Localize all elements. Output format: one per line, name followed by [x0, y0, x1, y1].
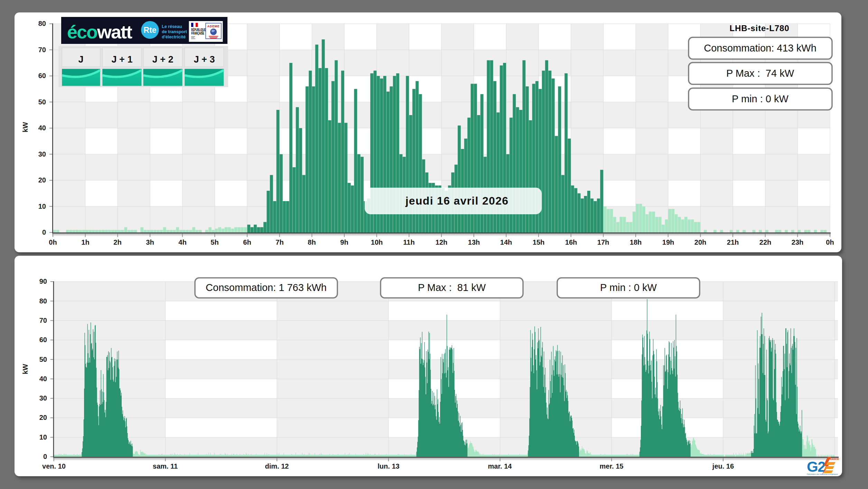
svg-text:écowatt: écowatt — [67, 21, 132, 42]
svg-text:60: 60 — [39, 336, 47, 344]
svg-text:6h: 6h — [243, 238, 251, 246]
svg-text:18h: 18h — [630, 238, 642, 246]
svg-text:jeudi 16 avril 2026: jeudi 16 avril 2026 — [405, 195, 509, 207]
svg-text:kW: kW — [21, 364, 29, 374]
svg-text:20: 20 — [38, 176, 46, 184]
svg-text:50: 50 — [38, 98, 46, 106]
svg-text:Consommation: 1 763 kWh: Consommation: 1 763 kWh — [206, 282, 327, 293]
svg-text:3h: 3h — [146, 238, 154, 246]
svg-text:13h: 13h — [468, 238, 480, 246]
svg-text:70: 70 — [38, 46, 46, 54]
svg-text:17h: 17h — [597, 238, 609, 246]
svg-text:70: 70 — [39, 317, 47, 324]
svg-text:P min : 0 kW: P min : 0 kW — [600, 282, 657, 293]
svg-text:d'électricité: d'électricité — [162, 35, 186, 39]
svg-text:4h: 4h — [178, 238, 186, 246]
svg-text:FRANCE: FRANCE — [828, 458, 839, 461]
svg-text:23h: 23h — [792, 238, 803, 246]
svg-text:jeu. 16: jeu. 16 — [712, 462, 734, 470]
svg-text:10h: 10h — [371, 238, 383, 246]
svg-text:P min : 0 kW: P min : 0 kW — [732, 93, 788, 104]
svg-text:80: 80 — [38, 20, 46, 27]
svg-text:14h: 14h — [500, 238, 512, 246]
svg-text:G2: G2 — [807, 459, 825, 475]
svg-text:5h: 5h — [211, 238, 218, 246]
svg-text:LHB-site-L780: LHB-site-L780 — [729, 23, 789, 33]
svg-text:mar. 14: mar. 14 — [488, 462, 512, 470]
svg-text:mer. 15: mer. 15 — [600, 462, 624, 470]
svg-text:15h: 15h — [533, 238, 544, 246]
svg-text:21h: 21h — [727, 238, 739, 246]
svg-text:J + 3: J + 3 — [194, 54, 215, 65]
svg-text:J + 1: J + 1 — [112, 54, 133, 65]
svg-text:Rte: Rte — [143, 26, 156, 35]
svg-text:de transport: de transport — [162, 29, 187, 34]
svg-text:0: 0 — [43, 453, 47, 460]
svg-text:12h: 12h — [436, 238, 447, 246]
svg-text:0h: 0h — [826, 238, 834, 246]
svg-text:0: 0 — [42, 228, 46, 236]
svg-text:30: 30 — [38, 150, 46, 158]
svg-text:P Max : 74 kW: P Max : 74 kW — [726, 68, 794, 79]
svg-text:Optimisation des ressources én: Optimisation des ressources énergétiques — [807, 473, 838, 475]
svg-text:J + 2: J + 2 — [152, 54, 174, 65]
svg-text:2h: 2h — [113, 238, 121, 246]
svg-text:7h: 7h — [276, 238, 283, 246]
svg-text:kW: kW — [21, 122, 29, 132]
svg-text:11h: 11h — [403, 238, 414, 246]
svg-text:dim. 12: dim. 12 — [265, 462, 289, 470]
svg-text:Consommation: 413 kWh: Consommation: 413 kWh — [704, 43, 816, 54]
svg-text:FRANÇAISE: FRANÇAISE — [191, 31, 204, 35]
svg-text:P Max : 81 kW: P Max : 81 kW — [418, 282, 486, 293]
svg-text:Le réseau: Le réseau — [162, 24, 182, 29]
svg-text:80: 80 — [39, 297, 47, 305]
svg-text:40: 40 — [39, 375, 47, 383]
svg-text:16h: 16h — [565, 238, 577, 246]
svg-text:60: 60 — [38, 72, 46, 79]
svg-text:lun. 13: lun. 13 — [377, 462, 399, 470]
svg-text:0h: 0h — [49, 238, 57, 246]
svg-text:19h: 19h — [662, 238, 674, 246]
svg-text:50: 50 — [39, 356, 47, 363]
svg-text:ven. 10: ven. 10 — [42, 462, 66, 470]
svg-text:10: 10 — [38, 203, 46, 210]
svg-text:J: J — [78, 54, 83, 65]
svg-text:10: 10 — [39, 433, 47, 441]
svg-text:9h: 9h — [340, 238, 348, 246]
svg-text:ADEME: ADEME — [207, 25, 220, 28]
svg-text:sam. 11: sam. 11 — [153, 462, 178, 470]
svg-text:40: 40 — [38, 124, 46, 132]
svg-text:1h: 1h — [81, 238, 89, 246]
svg-text:20: 20 — [39, 414, 47, 421]
svg-text:30: 30 — [39, 394, 47, 402]
svg-text:90: 90 — [39, 278, 47, 285]
svg-text:20h: 20h — [694, 238, 706, 246]
svg-text:8h: 8h — [308, 238, 316, 246]
svg-text:22h: 22h — [759, 238, 771, 246]
